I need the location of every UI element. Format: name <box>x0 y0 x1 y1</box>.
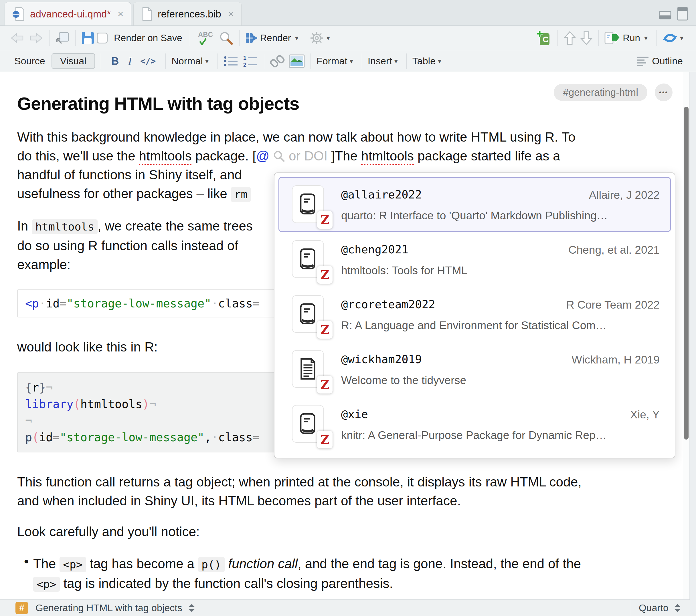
insert-menu[interactable]: Insert <box>368 55 392 67</box>
separator <box>165 53 166 69</box>
list-item: The <p> tag has become a p() function ca… <box>17 554 683 594</box>
citation-at-cursor[interactable]: @ <box>256 148 270 163</box>
text-run: The <box>33 556 60 571</box>
misspelled-word: htmltools <box>361 148 414 163</box>
inline-code: <p> <box>33 577 60 592</box>
italic-text: function call <box>228 556 298 571</box>
document-format-selector[interactable]: Quarto <box>630 600 690 616</box>
open-in-new-window-icon[interactable] <box>55 31 69 45</box>
close-icon[interactable]: × <box>228 8 234 19</box>
svg-text:2: 2 <box>243 62 247 68</box>
jump-up-icon[interactable] <box>564 31 576 46</box>
zotero-badge: Z <box>317 266 333 284</box>
chevron-down-icon[interactable]: ▾ <box>327 34 330 42</box>
zotero-badge: Z <box>317 321 333 339</box>
spellcheck-icon[interactable]: ABC <box>196 30 215 46</box>
editor-scrollbar[interactable] <box>683 72 690 599</box>
italic-button[interactable]: I <box>128 55 132 67</box>
citation-search-icon <box>273 150 285 162</box>
forward-arrow-icon[interactable] <box>29 32 44 44</box>
rerun-icon[interactable] <box>662 31 678 45</box>
maximize-pane-icon[interactable] <box>677 7 689 21</box>
text-run: In <box>17 218 32 233</box>
heading-hash-icon: # <box>15 602 28 614</box>
bullet-list-icon[interactable] <box>223 54 239 68</box>
citation-item-rcoreteam2022[interactable]: Z @rcoreteam2022 R Core Team 2022 R: A L… <box>279 287 671 342</box>
tab-advanced-ui-qmd[interactable]: advanced-ui.qmd* × <box>4 2 131 26</box>
separator <box>598 30 599 46</box>
close-icon[interactable]: × <box>117 8 123 19</box>
separator <box>264 53 264 69</box>
search-icon[interactable] <box>219 31 234 46</box>
source-mode-button[interactable]: Source <box>14 55 45 67</box>
visual-editor-canvas[interactable]: #generating-html ••• Generating HTML wit… <box>0 72 683 599</box>
tab-label: advanced-ui.qmd* <box>30 8 111 20</box>
paragraph-style-select[interactable]: Normal <box>171 55 203 67</box>
citation-key: @xie <box>341 408 368 421</box>
text-line: Look carefully and you'll notice: <box>17 522 683 541</box>
citation-key: @wickham2019 <box>341 353 422 366</box>
current-section-selector[interactable]: Generating HTML with tag objects <box>35 602 182 613</box>
numbered-list-icon[interactable]: 1 2 <box>243 54 258 68</box>
chevron-down-icon[interactable]: ▾ <box>438 57 441 65</box>
sort-arrows-icon[interactable] <box>188 603 195 613</box>
editor-status-bar: # Generating HTML with tag objects Quart… <box>0 599 690 616</box>
separator <box>75 30 76 46</box>
jump-down-icon[interactable] <box>580 31 593 46</box>
table-menu[interactable]: Table <box>412 55 436 67</box>
text-run: usefulness for other packages – like <box>17 186 231 201</box>
section-menu-button[interactable]: ••• <box>655 83 673 101</box>
window-edge-strip <box>690 72 696 616</box>
render-on-save-checkbox[interactable] <box>97 33 108 44</box>
chevron-down-icon[interactable]: ▾ <box>295 34 299 42</box>
save-icon[interactable] <box>81 31 94 45</box>
citation-author: Allaire, J 2022 <box>589 189 660 201</box>
chevron-down-icon[interactable]: ▾ <box>680 34 683 42</box>
text-line: The <p> tag has become a p() function ca… <box>33 554 683 574</box>
bold-button[interactable]: B <box>111 55 119 67</box>
outline-toggle[interactable]: Outline <box>652 55 683 67</box>
citation-author: Xie, Y <box>630 408 660 421</box>
chevron-down-icon[interactable]: ▾ <box>644 34 648 42</box>
back-arrow-icon[interactable] <box>10 32 25 44</box>
run-button[interactable]: Run <box>623 33 640 44</box>
code-button[interactable]: </> <box>140 56 156 66</box>
text-line-citation: do this, we'll use the htmltools package… <box>17 146 683 165</box>
text-run <box>225 556 228 571</box>
chevron-down-icon[interactable]: ▾ <box>350 57 353 65</box>
citation-item-cheng2021[interactable]: Z @cheng2021 Cheng, et al. 2021 htmltool… <box>279 232 671 287</box>
text-run: tag has become a <box>86 556 198 571</box>
text-run: tag is indicated by the function call's … <box>60 576 393 591</box>
zotero-badge: Z <box>317 431 333 449</box>
sort-arrows-icon <box>674 603 681 613</box>
citation-item-xie[interactable]: Z @xie Xie, Y knitr: A General-Purpose P… <box>279 396 671 452</box>
visual-mode-button[interactable]: Visual <box>51 53 95 69</box>
scrollbar-thumb[interactable] <box>684 107 689 440</box>
citation-key: @cheng2021 <box>341 243 408 256</box>
chevron-down-icon[interactable]: ▾ <box>205 57 209 65</box>
insert-chunk-icon[interactable]: C <box>536 30 552 46</box>
zotero-badge: Z <box>317 376 333 393</box>
misspelled-word: htmltools <box>139 148 192 163</box>
render-button[interactable]: Render <box>260 33 291 44</box>
inline-code: p() <box>198 557 225 572</box>
text-run: do this, we'll use the <box>17 148 139 163</box>
citation-item-allaire2022[interactable]: Z @allaire2022 Allaire, J 2022 quarto: R… <box>279 177 671 232</box>
image-icon[interactable] <box>289 54 305 68</box>
tab-label: references.bib <box>158 8 221 20</box>
separator <box>101 53 101 69</box>
separator <box>557 30 558 46</box>
separator <box>656 30 657 46</box>
minimize-pane-icon[interactable] <box>659 7 673 21</box>
chevron-down-icon[interactable]: ▾ <box>394 57 398 65</box>
citation-item-wickham2019[interactable]: Z @wickham2019 Wickham, H 2019 Welcome t… <box>279 342 671 396</box>
format-menu[interactable]: Format <box>317 55 347 67</box>
link-icon[interactable] <box>270 54 285 69</box>
text-run: package. [ <box>192 148 256 163</box>
gear-icon[interactable] <box>310 31 324 46</box>
bib-file-icon <box>141 7 153 21</box>
render-on-save-label: Render on Save <box>114 33 182 44</box>
separator <box>190 30 190 46</box>
tab-references-bib[interactable]: references.bib × <box>133 2 241 26</box>
text-run: , and the end tag is gone. Instead, the … <box>298 556 581 571</box>
